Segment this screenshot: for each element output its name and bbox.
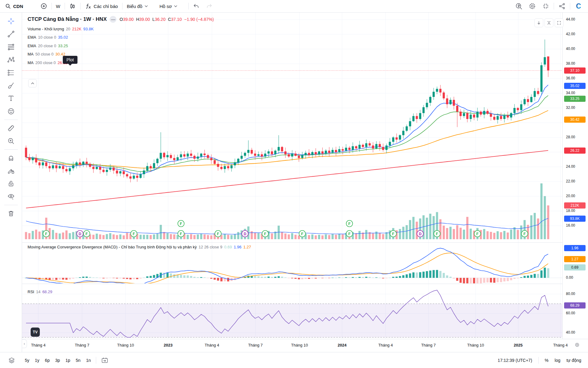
pane-separator-macd[interactable] [22,242,588,243]
volume-bar [237,232,239,239]
event-marker-d[interactable]: D [417,231,424,237]
event-marker-f[interactable]: F [178,220,184,227]
candle [500,116,502,119]
pane-separator-rsi[interactable] [22,284,588,284]
xabcd-pattern-tool[interactable] [5,54,17,66]
text-tool[interactable] [5,92,17,105]
range-button-1p[interactable]: 1p [63,356,73,365]
log-scale-toggle[interactable]: log [552,356,563,365]
axis-badge: 1.96 [564,245,586,251]
percent-scale-toggle[interactable]: % [542,356,551,365]
ema20-indicator-row[interactable]: EMA20 close 0 33.25 [28,44,214,48]
candle [345,148,347,151]
trend-line-tool[interactable] [5,28,17,40]
magnet-tool[interactable] [5,152,17,164]
event-marker-f[interactable]: F [522,231,528,237]
quick-search-button[interactable] [512,2,526,10]
candle [227,166,229,168]
collapse-pane-button[interactable] [545,18,553,27]
event-marker-d[interactable]: D [77,231,83,237]
range-button-1n[interactable]: 1n [83,356,94,365]
range-button-5y[interactable]: 5y [22,356,32,365]
ma50-indicator-row[interactable]: MA50 close 0 30.42 [28,52,214,56]
event-marker-f[interactable]: F [346,220,353,227]
compare-add-button[interactable] [37,2,50,10]
candle [288,154,290,156]
svg-text:F: F [133,232,135,236]
fullscreen-exit-button[interactable] [539,2,552,10]
ma200-indicator-row[interactable]: MA200 close 0 26.22 [28,60,214,65]
symbol-title[interactable]: CTCP Cảng Đà Nẵng · 1W · HNX [28,16,107,22]
range-button-3p[interactable]: 3p [52,356,63,365]
candle [342,149,344,151]
auto-scale-toggle[interactable]: tự động [564,356,584,365]
chart-menu-button[interactable]: Biểu đồ [124,2,151,10]
event-marker-f[interactable]: F [390,231,397,237]
legend-collapse-button[interactable] [28,79,37,87]
undo-button[interactable] [190,2,203,10]
maximize-pane-button[interactable] [555,18,564,27]
ema10-indicator-row[interactable]: EMA10 close 0 35.02 [28,35,214,40]
event-marker-f[interactable]: F [262,231,269,237]
fx-icon [85,3,92,10]
volume-bar [483,229,485,239]
move-pane-down-button[interactable] [534,18,543,27]
zoom-in-tool[interactable] [5,135,17,147]
symbol-search-button[interactable]: CDN [2,2,26,10]
go-to-date-button[interactable] [99,354,111,366]
volume-bar [126,233,128,239]
volume-bar [123,236,125,239]
share-button[interactable] [555,2,569,10]
settings-button[interactable] [526,2,539,10]
event-marker-f[interactable]: F [299,231,306,237]
drawing-lock-tool[interactable] [5,165,17,177]
volume-bar [413,217,415,239]
event-marker-f[interactable]: F [43,231,50,237]
measure-tool[interactable] [5,122,17,134]
redo-button[interactable] [203,2,216,10]
scroll-left-tab[interactable]: ‹ [22,339,27,348]
range-button-5n[interactable]: 5n [73,356,83,365]
indicators-button[interactable]: Các chỉ báo [82,2,121,10]
chart-type-button[interactable] [66,2,79,10]
macd-legend[interactable]: Moving Average Convergence Divergence (M… [28,245,251,249]
lock-all-tool[interactable] [5,178,17,190]
crosshair-icon [7,17,15,25]
price-axis[interactable]: 44.0042.0040.0038.0036.0034.0032.0028.00… [562,12,588,339]
rsi-legend[interactable]: RSI 14 68.29 [28,289,52,294]
range-button-6p[interactable]: 6p [42,356,53,365]
crosshair-tool[interactable] [5,15,17,27]
profile-menu-button[interactable]: Hồ sơ [156,2,181,10]
brush-icon [7,82,15,90]
event-marker-f[interactable]: F [434,231,440,237]
toolbar-divider [51,3,52,10]
event-marker-f[interactable]: F [84,231,90,237]
range-button-1y[interactable]: 1y [32,356,42,365]
event-marker-f[interactable]: F [346,231,353,237]
brush-tool[interactable] [5,79,17,92]
volume-bar [281,232,283,239]
candle [456,106,458,112]
volume-indicator-row[interactable]: Volume - Khối lượng 20 212K 93.8K [28,27,214,31]
emoji-icon [7,107,15,115]
projection-tool[interactable] [5,67,17,79]
event-marker-f[interactable]: F [178,231,184,237]
axis-settings-button[interactable] [575,342,580,349]
volume-bar [537,218,539,239]
event-marker-f[interactable]: F [474,231,481,237]
tradingview-logo[interactable]: TV [31,328,40,337]
clock-label[interactable]: 17:12:39 (UTC+7) [495,356,534,365]
object-tree-button[interactable] [6,354,18,366]
event-marker-f[interactable]: F [215,231,221,237]
hide-drawings-tool[interactable] [5,190,17,203]
collapse-symbol-button[interactable]: — [110,16,116,23]
candle [55,165,58,168]
broker-logo[interactable]: C [571,2,586,10]
fib-retracement-tool[interactable] [5,41,17,53]
emoji-tool[interactable] [5,105,17,117]
interval-button[interactable]: W [53,2,63,10]
remove-drawings-tool[interactable] [5,207,17,220]
event-marker-d[interactable]: D [242,231,248,237]
time-axis[interactable]: Tháng 4Tháng 7Tháng 102023Tháng 4Tháng 7… [22,339,588,352]
event-marker-f[interactable]: F [131,231,137,237]
